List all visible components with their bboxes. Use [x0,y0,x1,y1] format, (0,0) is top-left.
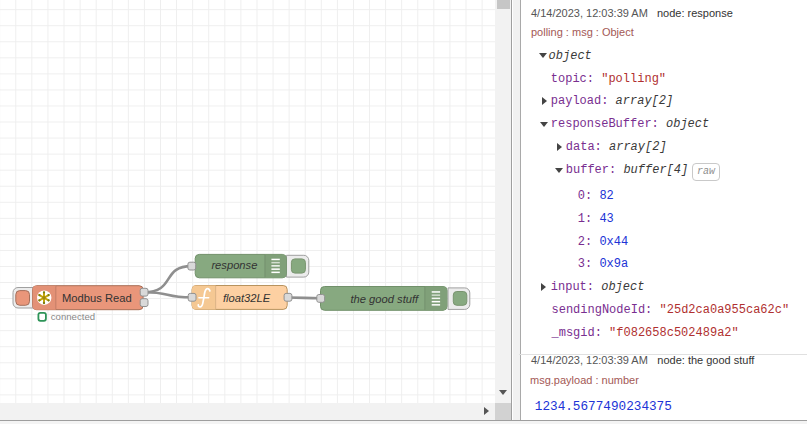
svg-text:the good stuff: the good stuff [350,293,420,305]
svg-text:connected: connected [51,311,95,322]
svg-text:response: response [211,259,257,271]
svg-text:float32LE: float32LE [223,292,271,304]
svg-text:Modbus Read: Modbus Read [62,292,132,304]
